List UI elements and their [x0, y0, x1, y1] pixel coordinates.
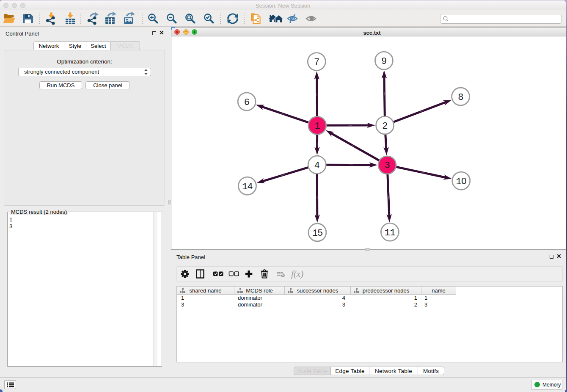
svg-text:15: 15 [312, 227, 323, 239]
svg-text:f(x): f(x) [291, 269, 303, 279]
svg-text:11: 11 [385, 228, 396, 238]
svg-text:1: 1 [314, 121, 320, 132]
svg-text:6: 6 [244, 97, 249, 107]
svg-text:3: 3 [385, 160, 390, 170]
svg-text:4: 4 [314, 160, 319, 170]
svg-text:8: 8 [458, 91, 463, 102]
svg-text:9: 9 [382, 55, 387, 66]
svg-text:14: 14 [242, 181, 253, 192]
svg-text:7: 7 [314, 56, 319, 67]
svg-text:10: 10 [456, 176, 467, 187]
svg-text:2: 2 [383, 120, 388, 131]
